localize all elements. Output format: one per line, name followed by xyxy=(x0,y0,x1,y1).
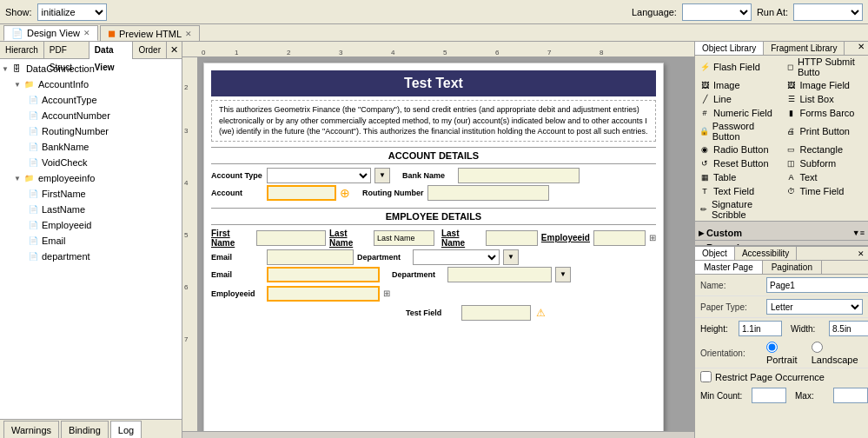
tree-employeeid[interactable]: 📄 Employeeid xyxy=(26,217,180,233)
resize-handle-1[interactable]: ⊞ xyxy=(649,233,656,242)
lib-image-field[interactable]: 🖼 Image Field xyxy=(782,78,869,92)
tree-employeeinfo[interactable]: ▼ 📁 employeeinfo xyxy=(14,170,180,186)
tab-warnings[interactable]: Warnings xyxy=(3,421,59,438)
tree-root-toggle[interactable]: ▼ xyxy=(2,65,9,73)
custom-section[interactable]: ▶ Custom ▼≡ xyxy=(695,226,868,241)
run-at-select[interactable] xyxy=(793,3,863,21)
email-input-2[interactable] xyxy=(267,267,380,282)
routing-input[interactable] xyxy=(427,185,549,201)
subtab-pagination[interactable]: Pagination xyxy=(763,261,822,274)
accountinfo-toggle[interactable]: ▼ xyxy=(14,81,21,89)
lib-list-box[interactable]: ☰ List Box xyxy=(782,92,869,106)
tab-object[interactable]: Object xyxy=(695,247,735,260)
height-input[interactable] xyxy=(739,321,782,336)
account-type-arrow[interactable]: ▼ xyxy=(374,168,390,183)
landscape-radio[interactable] xyxy=(812,342,823,353)
add-icon[interactable]: ⊕ xyxy=(340,186,350,200)
tree-email[interactable]: 📄 Email xyxy=(26,233,180,249)
min-count-input[interactable] xyxy=(752,388,786,403)
test-field-input[interactable] xyxy=(461,305,531,321)
name-input[interactable] xyxy=(766,277,868,293)
min-count-label: Min Count: xyxy=(700,391,748,401)
tree-accounttype[interactable]: 📄 AccountType xyxy=(26,92,180,108)
department-arrow[interactable]: ▼ xyxy=(503,249,519,265)
lib-line[interactable]: ╱ Line xyxy=(695,92,782,106)
width-input[interactable] xyxy=(829,321,868,336)
tab-order[interactable]: Order xyxy=(133,42,167,59)
lib-password-button[interactable]: 🔒 Password Button xyxy=(695,120,782,143)
lib-forms-barcode[interactable]: ▮ Forms Barco xyxy=(782,106,869,120)
tree-department[interactable]: 📄 department xyxy=(26,249,180,264)
close-right-top[interactable]: ✕ xyxy=(854,42,868,55)
lib-numeric-field[interactable]: # Numeric Field xyxy=(695,106,782,120)
lib-radio-button[interactable]: ◉ Radio Button xyxy=(695,143,782,156)
employeeid-input-1[interactable] xyxy=(593,230,646,246)
tab-binding[interactable]: Binding xyxy=(61,421,109,438)
tab-fragment-library[interactable]: Fragment Library xyxy=(764,42,845,55)
account-type-select[interactable] xyxy=(267,168,371,183)
employeeinfo-toggle[interactable]: ▼ xyxy=(14,175,21,182)
lib-time-field[interactable]: ⏱ Time Field xyxy=(782,184,869,198)
lastname-input-1[interactable] xyxy=(374,230,434,246)
close-properties[interactable]: ✕ xyxy=(858,249,865,258)
tab-data-view[interactable]: Data View xyxy=(89,42,134,59)
lib-flash-field[interactable]: ⚡ Flash Field xyxy=(695,56,782,78)
employee-row-1: First Name Last Name Last Name Employeei… xyxy=(211,229,656,248)
lib-line-label: Line xyxy=(713,94,732,104)
firstname-input[interactable] xyxy=(256,230,326,246)
show-select[interactable]: initialize xyxy=(37,3,107,21)
tree-bankname[interactable]: 📄 BankName xyxy=(26,139,180,155)
horizontal-scrollbar[interactable] xyxy=(182,431,694,438)
tree-firstname[interactable]: 📄 FirstName xyxy=(26,186,180,202)
tab-pdf-struct[interactable]: PDF Struct xyxy=(44,42,89,59)
tab-design-view[interactable]: 📄 Design View ✕ xyxy=(3,25,98,41)
tree-root[interactable]: ▼ 🗄 DataConnection xyxy=(2,61,180,76)
orientation-label: Orientation: xyxy=(700,348,761,358)
tree-routingnumber[interactable]: 📄 RoutingNumber xyxy=(26,123,180,139)
account-input[interactable] xyxy=(267,185,336,201)
email-input-1[interactable] xyxy=(267,249,354,265)
employee-row-4: Employeeid ⊞ xyxy=(211,286,656,302)
portrait-option[interactable]: Portrait xyxy=(766,342,805,365)
tab-preview-html[interactable]: ◼ Preview HTML ✕ xyxy=(100,25,200,41)
subtab-master-page[interactable]: Master Page xyxy=(695,261,763,274)
close-design-tab[interactable]: ✕ xyxy=(83,29,90,37)
max-input[interactable] xyxy=(833,388,868,403)
close-preview-tab[interactable]: ✕ xyxy=(185,30,192,38)
tab-accessibility[interactable]: Accessibility xyxy=(735,247,797,260)
lib-table[interactable]: ▦ Table xyxy=(695,170,782,184)
landscape-option[interactable]: Landscape xyxy=(812,342,863,365)
close-left-panel[interactable]: ✕ xyxy=(167,44,182,56)
tree-voidcheck[interactable]: 📄 VoidCheck xyxy=(26,155,180,170)
custom-options[interactable]: ▼≡ xyxy=(852,229,865,237)
department-select[interactable] xyxy=(413,249,500,265)
tab-hierarchy[interactable]: Hierarch xyxy=(0,42,44,59)
lib-subform[interactable]: ◫ Subform xyxy=(782,156,869,170)
department-input-arrow[interactable]: ▼ xyxy=(555,267,571,282)
lib-print-button[interactable]: 🖨 Print Button xyxy=(782,120,869,143)
language-select[interactable] xyxy=(682,3,752,21)
lib-rectangle[interactable]: ▭ Rectangle xyxy=(782,143,869,156)
lib-reset-button[interactable]: ↺ Reset Button xyxy=(695,156,782,170)
paper-type-select[interactable]: Letter xyxy=(766,299,863,315)
lib-text-field[interactable]: T Text Field xyxy=(695,184,782,198)
tree-accountnumber[interactable]: 📄 AccountNumber xyxy=(26,108,180,123)
bank-name-input[interactable] xyxy=(458,168,580,183)
lib-http-submit[interactable]: ◻ HTTP Submit Butto xyxy=(782,56,869,78)
tab-log[interactable]: Log xyxy=(110,421,142,438)
restrict-checkbox[interactable] xyxy=(700,371,712,382)
tree-lastname[interactable]: 📄 LastName xyxy=(26,202,180,217)
tab-object-library[interactable]: Object Library xyxy=(695,42,764,55)
employeeid-input-2[interactable] xyxy=(267,286,380,302)
lib-signature[interactable]: ✏ Signature Scribble xyxy=(695,198,782,221)
lastname-input-2[interactable] xyxy=(486,230,538,246)
lib-image[interactable]: 🖼 Image xyxy=(695,78,782,92)
department-input[interactable] xyxy=(447,267,552,282)
lib-text[interactable]: A Text xyxy=(782,170,869,184)
tree-accountinfo[interactable]: ▼ 📁 AccountInfo xyxy=(14,76,180,92)
barcodes-section[interactable]: ▶ Barcodes ▼≡ xyxy=(695,241,868,247)
forms-barcode-icon: ▮ xyxy=(785,107,798,119)
resize-handle-2[interactable]: ⊞ xyxy=(383,289,390,298)
flash-field-icon: ⚡ xyxy=(699,61,711,73)
portrait-radio[interactable] xyxy=(766,342,778,353)
